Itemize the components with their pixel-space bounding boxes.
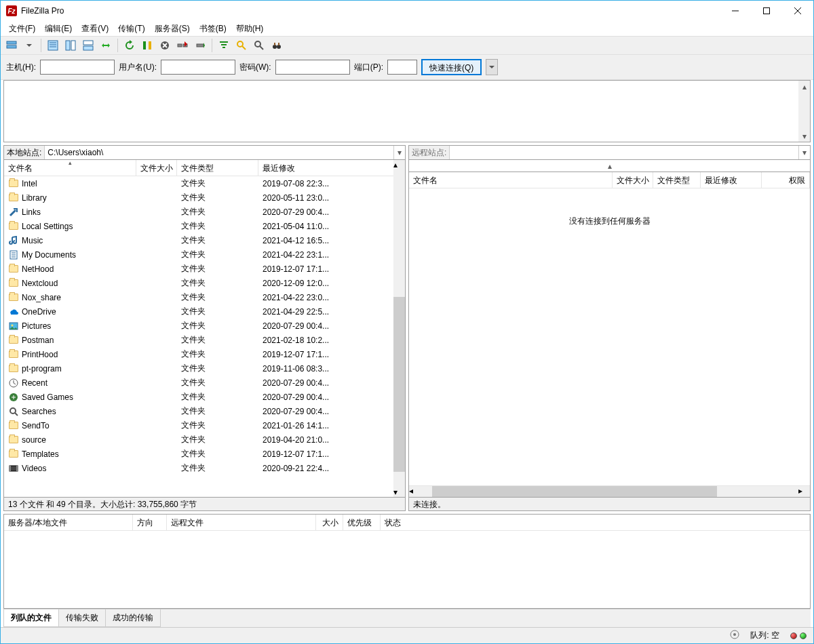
file-modified: 2020-07-29 00:4... [258, 407, 405, 416]
queue-body[interactable] [4, 531, 810, 608]
col-perm[interactable]: 权限 [762, 172, 810, 188]
list-item[interactable]: Local Settings文件夹2021-05-04 11:0... [4, 219, 405, 233]
filter-icon[interactable] [216, 37, 232, 54]
col-size[interactable]: 文件大小 [136, 160, 177, 176]
log-scrollbar[interactable]: ▴ ▾ [798, 81, 810, 142]
list-item[interactable]: pt-program文件夹2019-11-06 08:3... [4, 361, 405, 376]
scroll-right-icon[interactable]: ▸ [798, 486, 810, 497]
col-size[interactable]: 文件大小 [613, 172, 653, 188]
list-item[interactable]: Recent文件夹2020-07-29 00:4... [4, 376, 405, 390]
file-name: Saved Games [22, 393, 73, 402]
close-button[interactable] [782, 1, 813, 21]
file-modified: 2021-01-26 14:1... [258, 421, 405, 430]
col-name[interactable]: 文件名 [409, 172, 613, 188]
list-item[interactable]: Links文件夹2020-07-29 00:4... [4, 205, 405, 219]
scroll-left-icon[interactable]: ◂ [409, 486, 421, 497]
tab-success[interactable]: 成功的传输 [105, 609, 161, 627]
scroll-up-icon[interactable]: ▴ [393, 160, 405, 169]
list-item[interactable]: source文件夹2019-04-20 21:0... [4, 432, 405, 447]
user-input[interactable] [161, 60, 235, 75]
list-item[interactable]: SendTo文件夹2021-01-26 14:1... [4, 418, 405, 432]
col-modified[interactable]: 最近修改 [701, 172, 762, 188]
disconnect-icon[interactable] [174, 37, 191, 54]
menu-server[interactable]: 服务器(S) [151, 22, 194, 36]
list-item[interactable]: Nextcloud文件夹2020-12-09 12:0... [4, 276, 405, 290]
file-name: SendTo [22, 421, 50, 430]
list-item[interactable]: PrintHood文件夹2019-12-07 17:1... [4, 347, 405, 361]
search-icon[interactable] [251, 37, 267, 54]
toggle-log-icon[interactable] [45, 37, 61, 54]
list-item[interactable]: Music文件夹2021-04-12 16:5... [4, 233, 405, 247]
list-item[interactable]: Templates文件夹2019-12-07 17:1... [4, 447, 405, 461]
col-size[interactable]: 大小 [316, 515, 343, 530]
remote-list-body: 没有连接到任何服务器 [409, 188, 810, 485]
col-status[interactable]: 状态 [381, 515, 810, 530]
compare-icon[interactable] [233, 37, 250, 54]
queue-tabs: 列队的文件 传输失败 成功的传输 [3, 609, 811, 627]
file-name: PrintHood [22, 350, 58, 359]
list-item[interactable]: Intel文件夹2019-07-08 22:3... [4, 176, 405, 190]
col-direction[interactable]: 方向 [133, 515, 167, 530]
local-list-body[interactable]: Intel文件夹2019-07-08 22:3...Library文件夹2020… [4, 176, 405, 497]
col-name[interactable]: ▴文件名 [4, 160, 136, 176]
local-path-input[interactable] [44, 146, 393, 159]
cancel-icon[interactable] [157, 37, 173, 54]
pass-input[interactable] [275, 60, 350, 75]
list-item[interactable]: Saved Games文件夹2020-07-29 00:4... [4, 390, 405, 404]
site-manager-icon[interactable] [3, 37, 20, 54]
col-server[interactable]: 服务器/本地文件 [4, 515, 133, 530]
site-manager-drop-icon[interactable] [21, 37, 37, 54]
refresh-icon[interactable] [121, 37, 138, 54]
svg-point-22 [12, 324, 14, 326]
tab-queued-files[interactable]: 列队的文件 [3, 609, 59, 627]
quickconnect-button[interactable]: 快速连接(Q) [421, 59, 482, 75]
list-item[interactable]: Videos文件夹2020-09-21 22:4... [4, 461, 405, 475]
list-item[interactable]: Nox_share文件夹2021-04-22 23:0... [4, 290, 405, 304]
scroll-up-icon[interactable]: ▴ [798, 81, 810, 92]
toggle-tree-icon[interactable] [62, 37, 79, 54]
tab-failed[interactable]: 传输失败 [58, 609, 106, 627]
list-item[interactable]: My Documents文件夹2021-04-22 23:1... [4, 247, 405, 262]
maximize-button[interactable] [751, 1, 782, 21]
col-modified[interactable]: 最近修改 [258, 160, 405, 176]
music-icon [8, 235, 19, 246]
col-priority[interactable]: 优先级 [343, 515, 381, 530]
list-item[interactable]: Pictures文件夹2020-07-29 00:4... [4, 319, 405, 333]
reconnect-icon[interactable] [192, 37, 208, 54]
col-type[interactable]: 文件类型 [653, 172, 701, 188]
search-icon [8, 406, 19, 417]
file-name: Postman [22, 336, 54, 345]
minimize-button[interactable] [720, 1, 751, 21]
list-item[interactable]: OneDrive文件夹2021-04-29 22:5... [4, 304, 405, 319]
quickconnect-dropdown[interactable] [486, 59, 498, 75]
list-item[interactable]: Library文件夹2020-05-11 23:0... [4, 190, 405, 205]
col-type[interactable]: 文件类型 [177, 160, 258, 176]
remote-tree-collapsed[interactable]: ▴ [408, 160, 811, 172]
list-item[interactable]: Postman文件夹2021-02-18 10:2... [4, 333, 405, 347]
menu-bookmarks[interactable]: 书签(B) [195, 22, 231, 36]
file-type: 文件夹 [177, 291, 258, 303]
sync-browse-icon[interactable] [98, 37, 114, 54]
remote-path-dropdown[interactable]: ▾ [798, 146, 810, 159]
menu-help[interactable]: 帮助(H) [232, 22, 268, 36]
remote-h-scrollbar[interactable]: ◂ ▸ [409, 485, 810, 497]
queue-status-text: 队列: 空 [750, 630, 779, 641]
list-item[interactable]: Searches文件夹2020-07-29 00:4... [4, 404, 405, 418]
local-path-dropdown[interactable]: ▾ [393, 146, 405, 159]
toggle-queue-icon[interactable] [80, 37, 96, 54]
host-input[interactable] [40, 60, 115, 75]
port-input[interactable] [387, 60, 417, 75]
menu-transfer[interactable]: 传输(T) [114, 22, 149, 36]
menu-edit[interactable]: 编辑(E) [41, 22, 76, 36]
scroll-down-icon[interactable]: ▾ [393, 487, 405, 497]
scroll-down-icon[interactable]: ▾ [798, 130, 810, 142]
menu-view[interactable]: 查看(V) [77, 22, 113, 36]
list-item[interactable]: NetHood文件夹2019-12-07 17:1... [4, 262, 405, 276]
local-scrollbar[interactable]: ▴ ▾ [393, 160, 405, 497]
menu-file[interactable]: 文件(F) [5, 22, 39, 36]
binoculars-icon[interactable] [269, 37, 285, 54]
file-type: 文件夹 [177, 192, 258, 203]
col-remote[interactable]: 远程文件 [167, 515, 316, 530]
message-log[interactable]: ▴ ▾ [3, 80, 811, 142]
process-queue-icon[interactable] [139, 37, 155, 54]
